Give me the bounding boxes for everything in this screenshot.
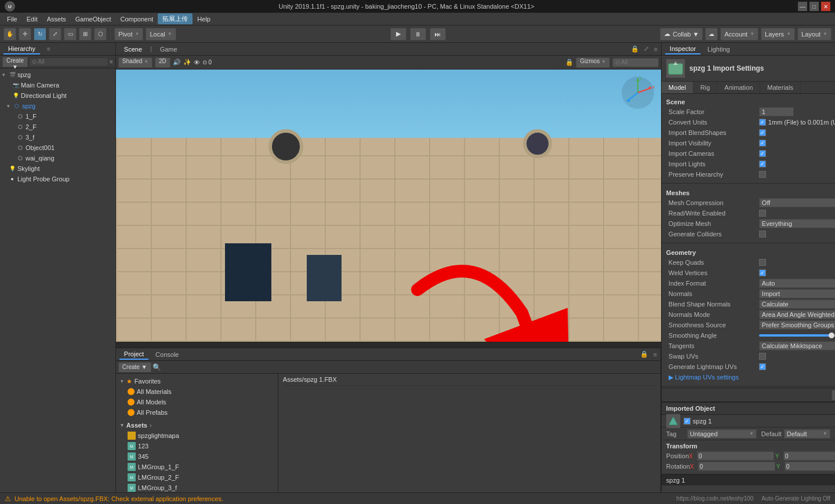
scene-view-icon[interactable]: 👁 xyxy=(194,59,200,66)
move-tool[interactable]: ✛ xyxy=(19,28,31,41)
viewport-lock[interactable]: 🔒 xyxy=(631,45,639,53)
project-create-btn[interactable]: Create ▼ xyxy=(118,362,151,372)
tab-game[interactable]: Game xyxy=(155,45,182,54)
tab-console[interactable]: Console xyxy=(151,350,183,359)
custom-tool[interactable]: ⬡ xyxy=(94,28,107,41)
viewport-search[interactable] xyxy=(612,58,659,67)
project-lock[interactable]: 🔒 xyxy=(640,350,648,358)
hierarchy-search[interactable] xyxy=(29,57,108,67)
menu-file[interactable]: File xyxy=(2,14,22,24)
project-item-lm2[interactable]: M LMGroup_2_F xyxy=(116,472,278,483)
menu-component[interactable]: Component xyxy=(115,14,158,24)
fav-all-materials[interactable]: All Materials xyxy=(116,386,278,397)
tree-item-main-camera[interactable]: 📷 Main Camera xyxy=(0,80,115,90)
dd-tangents[interactable]: Calculate Mikktspace ▼ xyxy=(759,341,835,350)
dd-mesh-compression[interactable]: Off ▼ xyxy=(759,198,835,207)
project-item-lm1[interactable]: M LMGroup_1_F xyxy=(116,462,278,472)
cb-import-cameras[interactable] xyxy=(759,150,766,157)
input-rot-x[interactable] xyxy=(698,462,775,471)
tab-hierarchy[interactable]: Hierarchy xyxy=(3,44,40,54)
tab-scene[interactable]: Scene xyxy=(119,45,147,54)
hand-tool[interactable]: ✋ xyxy=(3,28,16,41)
scale-tool[interactable]: ⤢ xyxy=(49,28,61,41)
hierarchy-filter-icon[interactable]: ≡ xyxy=(110,59,113,65)
menu-extend[interactable]: 拓展上传 xyxy=(158,13,193,24)
shaded-dropdown[interactable]: Shaded ▼ xyxy=(118,57,153,68)
twod-btn[interactable]: 2D xyxy=(155,57,170,68)
play-button[interactable]: ▶ xyxy=(390,28,406,41)
dd-smoothness-source[interactable]: Prefer Smoothing Groups ▼ xyxy=(759,320,835,330)
cb-read-write[interactable] xyxy=(759,210,766,217)
tab-project[interactable]: Project xyxy=(119,349,148,360)
tab-inspector[interactable]: Inspector xyxy=(665,44,700,54)
menu-gameobject[interactable]: GameObject xyxy=(71,14,116,24)
viewport-scrollbar[interactable] xyxy=(116,342,661,348)
tree-item-dir-light[interactable]: 💡 Directional Light xyxy=(0,90,115,101)
fx-icon[interactable]: ✨ xyxy=(183,59,191,66)
pivot-dropdown[interactable]: Pivot ▼ xyxy=(114,28,143,41)
tree-item-object001[interactable]: ⬡ Object001 xyxy=(0,143,115,153)
project-item-lightmapa[interactable]: spzglightmapa xyxy=(116,430,278,441)
minimize-button[interactable]: — xyxy=(798,2,807,11)
dd-tag[interactable]: Untagged ▼ xyxy=(687,429,757,439)
fav-all-models[interactable]: All Models xyxy=(116,397,278,407)
tree-item-spzg-obj[interactable]: ▾ ⬡ spzg xyxy=(0,101,115,111)
cb-generate-colliders[interactable] xyxy=(759,231,766,238)
cb-imported-active[interactable] xyxy=(684,418,691,425)
tab-model[interactable]: Model xyxy=(662,82,694,93)
tree-item-1f[interactable]: ⬡ 1_F xyxy=(0,111,115,122)
dd-normals[interactable]: Import ▼ xyxy=(759,289,835,298)
tree-item-2f[interactable]: ⬡ 2_F xyxy=(0,122,115,132)
viewport-lock2[interactable]: 🔒 xyxy=(565,59,573,66)
local-dropdown[interactable]: Local ▼ xyxy=(146,28,176,41)
project-item-lm3[interactable]: M LMGroup_3_f xyxy=(116,483,278,492)
input-pos-x[interactable] xyxy=(697,451,774,461)
tree-item-lightprobe[interactable]: ● Light Probe Group xyxy=(0,174,115,184)
slider-smoothing-angle[interactable]: 60 xyxy=(759,332,835,339)
step-button[interactable]: ⏭ xyxy=(430,28,446,41)
maximize-button[interactable]: □ xyxy=(809,2,819,11)
tab-lighting[interactable]: Lighting xyxy=(703,45,735,54)
input-scale-factor[interactable] xyxy=(759,107,794,116)
tree-item-3f[interactable]: ⬡ 3_f xyxy=(0,132,115,143)
revert-button[interactable]: Revert xyxy=(832,390,835,400)
project-menu[interactable]: ≡ xyxy=(653,351,656,358)
cb-import-blendshapes[interactable] xyxy=(759,129,766,136)
rotate-tool[interactable]: ↻ xyxy=(34,28,46,41)
cb-swap-uvs[interactable] xyxy=(759,353,766,360)
cb-import-visibility[interactable] xyxy=(759,140,766,147)
gizmos-dropdown[interactable]: Gizmos ▼ xyxy=(576,57,610,68)
row-lightmap-uvs-settings[interactable]: ▶ Lightmap UVs settings xyxy=(666,372,835,382)
input-pos-y[interactable] xyxy=(783,451,835,461)
menu-edit[interactable]: Edit xyxy=(22,14,42,24)
collab-dropdown[interactable]: ☁ Collab ▼ xyxy=(660,28,703,41)
project-item-345[interactable]: M 345 xyxy=(116,451,278,462)
cloud-button[interactable]: ☁ xyxy=(705,28,718,41)
slider-thumb[interactable] xyxy=(829,333,834,338)
dd-normals-mode[interactable]: Area And Angle Weighted ▼ xyxy=(759,310,835,319)
cb-generate-lightmap-uvs[interactable] xyxy=(759,363,766,370)
viewport-menu[interactable]: ≡ xyxy=(654,46,657,53)
tab-materials[interactable]: Materials xyxy=(760,82,801,93)
layout-dropdown[interactable]: Layout ▼ xyxy=(797,28,832,41)
aspect-icon[interactable]: ⊙ 0 xyxy=(202,59,212,65)
cb-preserve-hierarchy[interactable] xyxy=(759,171,766,178)
menu-assets[interactable]: Assets xyxy=(42,14,71,24)
tree-item-wai-qiang[interactable]: ⬡ wai_qiang xyxy=(0,153,115,163)
dd-index-format[interactable]: Auto ▼ xyxy=(759,279,835,288)
dd-layer[interactable]: Default ▼ xyxy=(784,429,830,439)
favorites-header[interactable]: ▾ ★ Favorites xyxy=(116,376,278,386)
hierarchy-create-btn[interactable]: Create ▼ xyxy=(2,57,28,67)
dd-optimize-mesh[interactable]: Everything ▼ xyxy=(759,219,835,228)
account-dropdown[interactable]: Account ▼ xyxy=(720,28,758,41)
viewport-area[interactable]: Y X xyxy=(116,70,661,342)
tree-item-spzg-scene[interactable]: ▾ 🎬 spzg xyxy=(0,70,115,80)
cb-weld-vertices[interactable] xyxy=(759,269,766,276)
dd-blend-shape-normals[interactable]: Calculate ▼ xyxy=(759,300,835,309)
speaker-icon[interactable]: 🔊 xyxy=(173,59,181,66)
cb-convert-units[interactable] xyxy=(759,119,766,126)
transform-tool[interactable]: ⊞ xyxy=(79,28,92,41)
cb-keep-quads[interactable] xyxy=(759,259,766,266)
input-rot-y[interactable] xyxy=(785,462,835,471)
pause-button[interactable]: ⏸ xyxy=(410,28,426,41)
